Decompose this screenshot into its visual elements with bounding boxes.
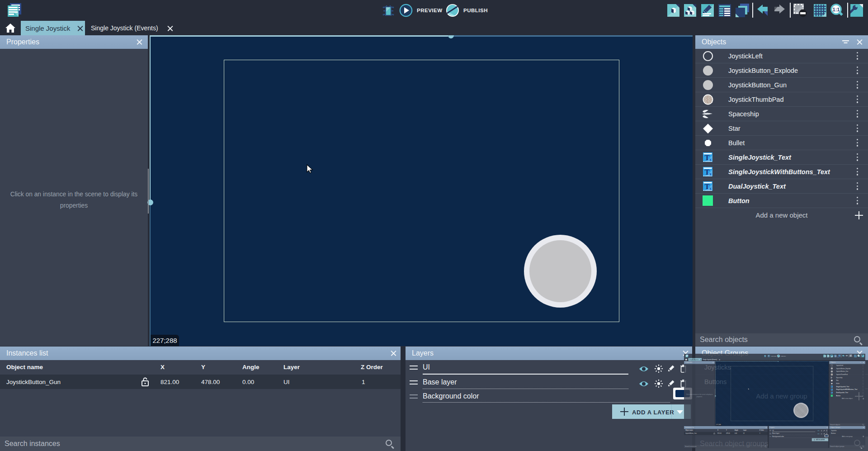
svg-text:x: x bbox=[709, 171, 712, 176]
svg-text:1:1: 1:1 bbox=[833, 7, 840, 12]
svg-text:x: x bbox=[709, 157, 712, 162]
svg-text:x: x bbox=[709, 186, 712, 191]
svg-text:T: T bbox=[705, 168, 710, 176]
svg-text:T: T bbox=[705, 183, 710, 190]
svg-text:T: T bbox=[705, 154, 710, 161]
